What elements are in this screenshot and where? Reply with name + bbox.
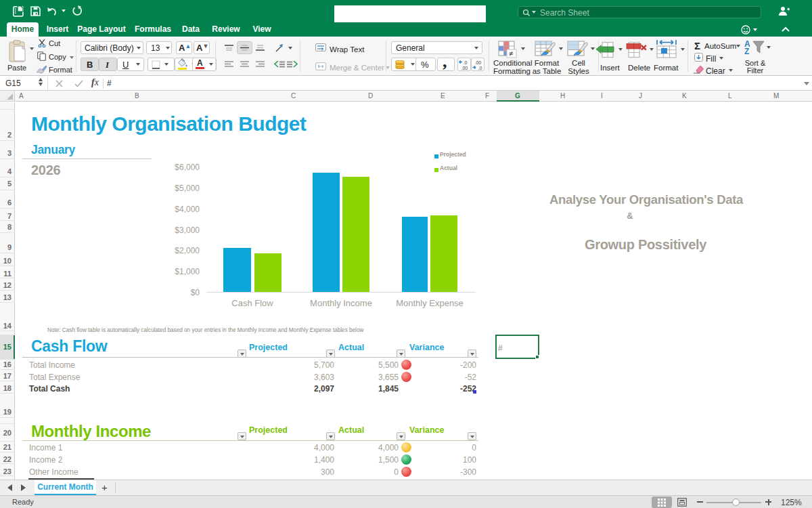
svg-text:.0: .0 bbox=[464, 60, 468, 65]
svg-text:.00: .00 bbox=[461, 66, 468, 70]
svg-text:≠: ≠ bbox=[509, 49, 513, 58]
svg-text:.00: .00 bbox=[475, 60, 482, 65]
svg-text:.0: .0 bbox=[478, 66, 482, 70]
